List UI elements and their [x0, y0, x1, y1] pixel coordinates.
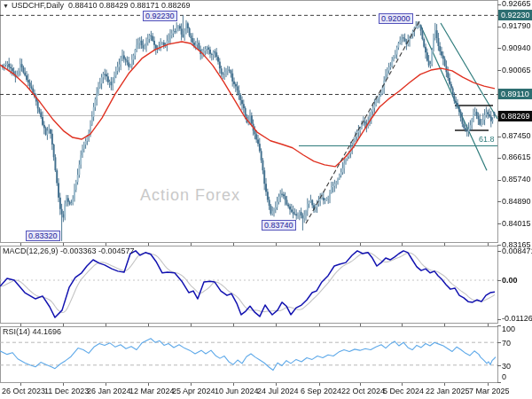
price-axis-label: 0.85740 [502, 175, 531, 184]
chart-canvas[interactable] [0, 0, 532, 399]
price-level-tag: 0.92230 [143, 11, 177, 21]
rsi-axis-label: 100 [502, 325, 515, 333]
date-axis-label: 22 Jan 2025 [426, 387, 470, 395]
current-price-axis-tag: 0.88269 [498, 111, 532, 121]
date-axis-label: 26 Jan 2024 [87, 387, 131, 395]
macd-axis-label: 0.00 [502, 276, 518, 285]
date-axis-label: 6 Sep 2024 [301, 387, 341, 395]
rsi-axis-label: 30 [502, 362, 511, 371]
chart-title: ▼USDCHF,Daily 0.88410 0.88429 0.88171 0.… [3, 1, 191, 10]
price-level-tag: 0.83740 [262, 220, 296, 231]
level-price-axis-tag: 0.92230 [498, 10, 532, 20]
price-axis-label: 0.86615 [502, 153, 531, 161]
macd-axis-label: -0.011265 [502, 314, 532, 323]
price-axis-label: 0.84890 [502, 197, 531, 206]
level-price-axis-tag: 0.89110 [498, 89, 532, 99]
date-axis-label: 12 Mar 2024 [129, 387, 175, 395]
date-axis-label: 10 Jun 2024 [215, 387, 259, 395]
date-axis-label: 7 Mar 2025 [469, 387, 510, 395]
date-axis-label: 26 Oct 2023 [2, 387, 45, 395]
price-axis-label: 0.90065 [502, 66, 531, 74]
macd-axis-label: 0.008471 [502, 246, 532, 255]
price-level-tag: 0.83320 [26, 231, 60, 241]
price-axis-label: 0.91790 [502, 21, 531, 30]
date-axis-label: 5 Dec 2024 [383, 387, 424, 395]
date-axis-label: 24 Jul 2024 [257, 387, 299, 395]
price-axis-label: 0.84015 [502, 219, 531, 228]
price-axis-label: 0.87450 [502, 131, 531, 140]
trading-chart-window: Action Forex ▼USDCHF,Daily 0.88410 0.884… [0, 0, 532, 399]
symbol-label: USDCHF,Daily [12, 1, 64, 10]
price-level-tag: 0.92000 [379, 13, 413, 24]
rsi-indicator-label: RSI(14) 44.1696 [3, 327, 61, 336]
date-axis-label: 25 Apr 2024 [172, 387, 215, 395]
date-axis-label: 11 Dec 2023 [44, 387, 89, 395]
rsi-axis-label: 70 [502, 339, 511, 348]
fib-ratio-label: 61.8 [479, 135, 495, 144]
date-axis-label: 22 Oct 2024 [341, 387, 385, 395]
collapse-icon[interactable]: ▼ [3, 3, 9, 9]
price-axis-label: 0.90940 [502, 43, 531, 52]
price-axis-label: 0.92665 [502, 0, 531, 8]
rsi-axis-label: 0 [502, 372, 506, 381]
ohlc-quotes: 0.88410 0.88429 0.88171 0.88269 [68, 1, 191, 10]
macd-indicator-label: MACD(12,26,9) -0.003363 -0.004577 [3, 246, 135, 255]
